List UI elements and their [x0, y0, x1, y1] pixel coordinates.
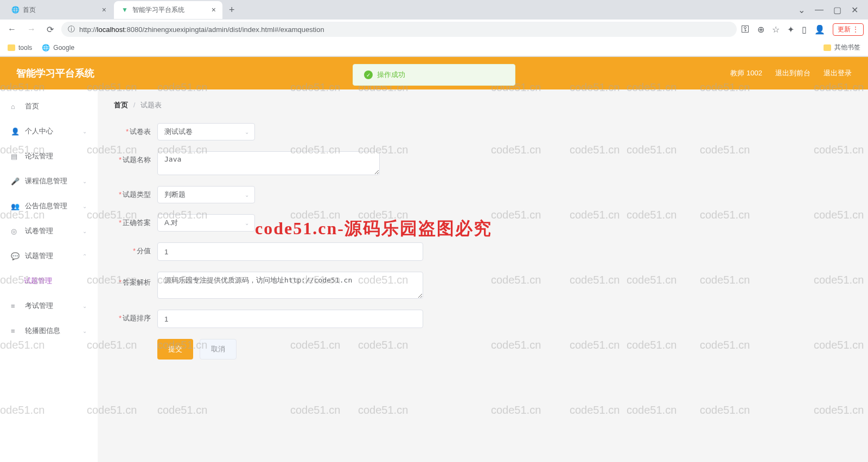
check-icon: ✓ [364, 70, 373, 79]
vue-icon: ▼ [120, 5, 129, 14]
label-score: *分值 [114, 242, 157, 260]
reader-icon[interactable]: ▯ [802, 24, 807, 35]
chevron-down-icon: ⌄ [82, 328, 87, 334]
list-icon: ≡ [11, 302, 20, 310]
app-title: 智能学习平台系统 [16, 67, 94, 80]
layers-icon: ▤ [11, 152, 20, 161]
header-user[interactable]: 教师 1002 [730, 68, 762, 78]
header-logout[interactable]: 退出登录 [824, 68, 852, 78]
bookmark-other[interactable]: 其他书签 [824, 43, 860, 52]
new-tab-button[interactable]: + [224, 4, 240, 16]
browser-tab-0[interactable]: 🌐 首页 × [4, 1, 113, 19]
url-input[interactable]: ⓘ http://localhost:8080/zhinengxuexiping… [61, 22, 737, 37]
list-icon: ≡ [11, 327, 20, 335]
circle-icon: ◎ [11, 227, 20, 235]
reload-button[interactable]: ⟳ [43, 22, 57, 37]
browser-tab-1[interactable]: ▼ 智能学习平台系统 × [114, 1, 222, 19]
chevron-down-icon: ⌄ [82, 203, 87, 209]
browser-chrome: 🌐 首页 × ▼ 智能学习平台系统 × + ⌄ — ▢ ✕ ← → ⟳ ⓘ ht… [0, 0, 868, 57]
tab-bar: 🌐 首页 × ▼ 智能学习平台系统 × + ⌄ — ▢ ✕ [0, 0, 868, 20]
sidebar-item-personal[interactable]: 👤个人中心⌄ [0, 119, 98, 144]
chevron-down-icon: ⌄ [245, 192, 249, 198]
select-paper[interactable]: 测试试卷⌄ [157, 123, 255, 140]
chevron-down-icon: ⌄ [82, 129, 87, 134]
label-name: *试题名称 [114, 151, 157, 169]
user-icon: 👤 [11, 127, 20, 136]
update-button[interactable]: 更新 ⋮ [833, 23, 864, 36]
sidebar-item-exam-question-sub[interactable]: 试题管理 [0, 268, 98, 293]
success-toast: ✓ 操作成功 [353, 64, 515, 86]
header-logout-front[interactable]: 退出到前台 [775, 68, 810, 78]
textarea-name[interactable]: Java [157, 151, 380, 175]
submit-button[interactable]: 提交 [157, 339, 193, 360]
profile-icon[interactable]: 👤 [814, 24, 825, 35]
tab-title: 首页 [23, 5, 36, 15]
globe-icon: 🌐 [42, 44, 50, 52]
tab-title: 智能学习平台系统 [132, 5, 184, 15]
select-answer[interactable]: A.对⌄ [157, 214, 255, 232]
chevron-down-icon: ⌄ [82, 178, 87, 184]
bookmarks-bar: tools 🌐Google 其他书签 [0, 39, 868, 56]
sidebar-item-forum[interactable]: ▤论坛管理 [0, 144, 98, 169]
sidebar-item-carousel[interactable]: ≡轮播图信息⌄ [0, 318, 98, 343]
home-icon: ⌂ [11, 102, 20, 111]
select-type[interactable]: 判断题⌄ [157, 186, 255, 203]
chevron-down-icon: ⌄ [82, 228, 87, 234]
sidebar-item-exam-question[interactable]: 💬试题管理⌃ [0, 243, 98, 268]
input-sort[interactable] [157, 310, 423, 328]
chat-icon: 💬 [11, 252, 20, 260]
window-controls: ⌄ — ▢ ✕ [798, 5, 868, 15]
translate-icon[interactable]: ⊕ [757, 24, 764, 35]
chevron-up-icon: ⌃ [82, 253, 87, 259]
label-type: *试题类型 [114, 186, 157, 203]
label-analysis: *答案解析 [114, 272, 157, 293]
breadcrumb-home[interactable]: 首页 [114, 101, 128, 109]
sidebar-item-course[interactable]: 🎤课程信息管理⌄ [0, 169, 98, 194]
cancel-button[interactable]: 取消 [200, 339, 237, 360]
breadcrumb-current: 试题表 [141, 101, 162, 109]
close-icon[interactable]: × [212, 5, 216, 14]
folder-icon [8, 44, 15, 51]
chevron-down-icon: ⌄ [82, 303, 87, 309]
main-content: 首页 / 试题表 *试卷表 测试试卷⌄ *试题名称 Java *试题类型 判断题… [98, 89, 868, 462]
sidebar-item-home[interactable]: ⌂首页 [0, 94, 98, 119]
label-answer: *正确答案 [114, 214, 157, 232]
close-window-icon[interactable]: ✕ [851, 5, 858, 15]
breadcrumb: 首页 / 试题表 [114, 100, 852, 110]
globe-icon: 🌐 [11, 5, 20, 14]
key-icon[interactable]: ⚿ [741, 24, 750, 34]
textarea-analysis[interactable]: 源码乐园专注提供优质源码，访问地址http://code51.cn [157, 272, 423, 299]
folder-icon [824, 44, 831, 51]
mic-icon: 🎤 [11, 177, 20, 185]
toast-message: 操作成功 [377, 70, 405, 80]
chevron-down-icon: ⌄ [245, 129, 249, 135]
sidebar: ⌂首页 👤个人中心⌄ ▤论坛管理 🎤课程信息管理⌄ 👥公告信息管理⌄ ◎试卷管理… [0, 89, 98, 462]
label-sort: *试题排序 [114, 310, 157, 327]
input-score[interactable] [157, 242, 423, 261]
forward-button[interactable]: → [24, 22, 39, 36]
maximize-icon[interactable]: ▢ [833, 5, 841, 15]
sidebar-item-notice[interactable]: 👥公告信息管理⌄ [0, 194, 98, 219]
chevron-down-icon: ⌄ [245, 220, 249, 226]
back-button[interactable]: ← [4, 22, 20, 36]
info-icon[interactable]: ⓘ [68, 24, 75, 34]
bookmark-google[interactable]: 🌐Google [42, 44, 74, 52]
label-paper: *试卷表 [114, 123, 157, 140]
minimize-icon[interactable]: — [815, 5, 824, 15]
address-bar: ← → ⟳ ⓘ http://localhost:8080/zhinengxue… [0, 20, 868, 39]
extension-icon[interactable]: ✦ [787, 24, 794, 35]
sidebar-item-exam-paper[interactable]: ◎试卷管理⌄ [0, 219, 98, 243]
users-icon: 👥 [11, 202, 20, 210]
close-icon[interactable]: × [102, 5, 106, 14]
sidebar-item-exam[interactable]: ≡考试管理⌄ [0, 293, 98, 318]
bookmark-tools[interactable]: tools [8, 44, 32, 52]
chevron-down-icon[interactable]: ⌄ [798, 5, 805, 15]
star-icon[interactable]: ☆ [772, 24, 780, 35]
